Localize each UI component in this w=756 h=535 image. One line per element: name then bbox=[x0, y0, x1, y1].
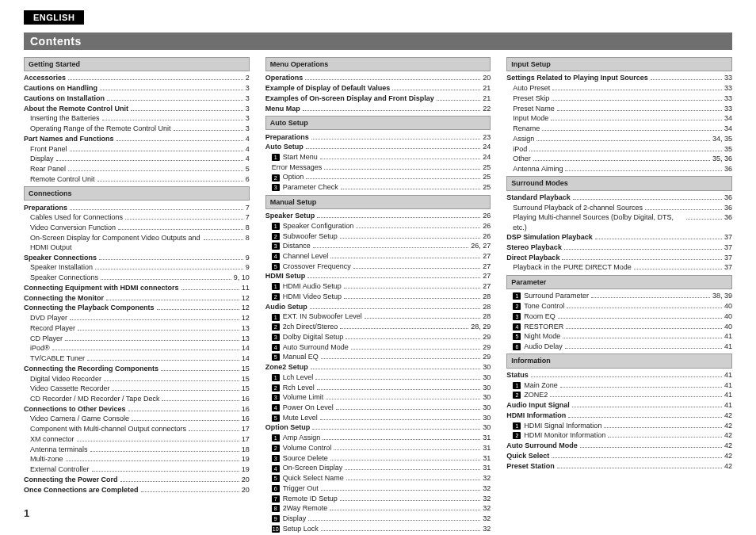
toc-entry[interactable]: Auto Surround Mode42 bbox=[506, 441, 732, 451]
toc-entry[interactable]: Status41 bbox=[506, 370, 732, 380]
toc-entry[interactable]: Accessories2 bbox=[24, 73, 250, 83]
toc-entry[interactable]: Operations20 bbox=[265, 73, 491, 83]
toc-entry[interactable]: 4RESTORER40 bbox=[506, 321, 732, 331]
toc-entry[interactable]: 3Parameter Check25 bbox=[265, 182, 491, 193]
toc-entry[interactable]: Connecting the Recording Components15 bbox=[24, 364, 250, 374]
toc-entry[interactable]: Standard Playback36 bbox=[506, 193, 732, 203]
toc-entry[interactable]: 4On-Screen Display31 bbox=[265, 463, 491, 473]
toc-entry[interactable]: Record Player13 bbox=[24, 323, 250, 334]
toc-entry[interactable]: Preset Station42 bbox=[506, 460, 732, 471]
toc-entry[interactable]: Menu Map22 bbox=[265, 103, 491, 113]
toc-entry[interactable]: 3Distance26, 27 bbox=[265, 241, 491, 251]
toc-entry[interactable]: iPod35 bbox=[506, 143, 732, 154]
toc-entry[interactable]: Rename34 bbox=[506, 124, 732, 134]
toc-entry[interactable]: On-Screen Display for Component Video Ou… bbox=[24, 233, 250, 253]
toc-entry[interactable]: Playing Multi-channel Sources (Dolby Dig… bbox=[506, 212, 732, 232]
toc-entry[interactable]: Component with Multi-channel Output conn… bbox=[24, 424, 250, 434]
toc-entry[interactable]: Video Camera / Game Console16 bbox=[24, 414, 250, 424]
toc-entry[interactable]: Example of Display of Default Values21 bbox=[265, 83, 491, 94]
toc-entry[interactable]: Error Messages25 bbox=[265, 162, 491, 172]
toc-entry[interactable]: Surround Playback of 2-channel Sources36 bbox=[506, 202, 732, 212]
toc-entry[interactable]: 82Way Remote32 bbox=[265, 503, 491, 514]
toc-entry[interactable]: Connecting the Power Cord20 bbox=[24, 475, 250, 485]
toc-entry[interactable]: Preparations23 bbox=[265, 132, 491, 142]
toc-entry[interactable]: 3Dolby Digital Setup29 bbox=[265, 332, 491, 342]
toc-entry[interactable]: Multi-zone19 bbox=[24, 454, 250, 464]
toc-entry[interactable]: Playback in the PURE DIRECT Mode37 bbox=[506, 262, 732, 273]
toc-entry[interactable]: 5Quick Select Name32 bbox=[265, 473, 491, 483]
toc-entry[interactable]: Input Mode34 bbox=[506, 113, 732, 124]
toc-entry[interactable]: Auto Preset33 bbox=[506, 83, 732, 94]
toc-entry[interactable]: 1Speaker Configuration26 bbox=[265, 221, 491, 231]
toc-entry[interactable]: Preset Skip33 bbox=[506, 94, 732, 104]
toc-entry[interactable]: Display4 bbox=[24, 154, 250, 164]
toc-entry[interactable]: Other35, 36 bbox=[506, 154, 732, 164]
toc-entry[interactable]: Connecting the Playback Components12 bbox=[24, 303, 250, 313]
toc-entry[interactable]: Option Setup30 bbox=[265, 422, 491, 433]
toc-entry[interactable]: Front Panel4 bbox=[24, 143, 250, 154]
toc-entry[interactable]: Settings Related to Playing Input Source… bbox=[506, 73, 732, 83]
toc-entry[interactable]: Speaker Setup26 bbox=[265, 211, 491, 221]
toc-entry[interactable]: HDMI Information42 bbox=[506, 411, 732, 421]
toc-entry[interactable]: 10Setup Lock32 bbox=[265, 524, 491, 534]
toc-entry[interactable]: CD Player13 bbox=[24, 333, 250, 343]
toc-entry[interactable]: 2Volume Control31 bbox=[265, 443, 491, 453]
toc-entry[interactable]: 4Auto Surround Mode29 bbox=[265, 342, 491, 352]
toc-entry[interactable]: 2ZONE241 bbox=[506, 390, 732, 400]
toc-entry[interactable]: Cautions on Handling3 bbox=[24, 83, 250, 94]
toc-entry[interactable]: About the Remote Control Unit3 bbox=[24, 103, 250, 113]
toc-entry[interactable]: Once Connections are Completed20 bbox=[24, 484, 250, 495]
toc-entry[interactable]: 6Audio Delay41 bbox=[506, 342, 732, 352]
toc-entry[interactable]: Connecting Equipment with HDMI connector… bbox=[24, 283, 250, 293]
toc-entry[interactable]: 2Tone Control40 bbox=[506, 301, 732, 311]
toc-entry[interactable]: Assign34, 35 bbox=[506, 134, 732, 144]
toc-entry[interactable]: 2Option25 bbox=[265, 172, 491, 182]
toc-entry[interactable]: Video Conversion Function8 bbox=[24, 223, 250, 233]
toc-entry[interactable]: DVD Player12 bbox=[24, 313, 250, 323]
toc-entry[interactable]: Audio Setup28 bbox=[265, 301, 491, 311]
toc-entry[interactable]: Antenna terminals18 bbox=[24, 444, 250, 454]
toc-entry[interactable]: 1EXT. IN Subwoofer Level28 bbox=[265, 311, 491, 322]
toc-entry[interactable]: iPod®14 bbox=[24, 343, 250, 353]
toc-entry[interactable]: Part Names and Functions4 bbox=[24, 134, 250, 144]
toc-entry[interactable]: DSP Simulation Playback37 bbox=[506, 232, 732, 243]
toc-entry[interactable]: Preparations7 bbox=[24, 202, 250, 212]
toc-entry[interactable]: 1Main Zone41 bbox=[506, 380, 732, 390]
toc-entry[interactable]: HDMI Setup27 bbox=[265, 271, 491, 281]
toc-entry[interactable]: Rear Panel5 bbox=[24, 164, 250, 174]
toc-entry[interactable]: Remote Control Unit6 bbox=[24, 174, 250, 184]
toc-entry[interactable]: 3Source Delete31 bbox=[265, 453, 491, 463]
toc-entry[interactable]: 1HDMI Audio Setup27 bbox=[265, 281, 491, 292]
toc-entry[interactable]: Inserting the Batteries3 bbox=[24, 113, 250, 124]
toc-entry[interactable]: 22ch Direct/Stereo28, 29 bbox=[265, 322, 491, 332]
toc-entry[interactable]: Digital Video Recorder15 bbox=[24, 373, 250, 384]
toc-entry[interactable]: Speaker Connections9 bbox=[24, 252, 250, 262]
toc-entry[interactable]: Direct Playback37 bbox=[506, 252, 732, 262]
toc-entry[interactable]: 4Channel Level27 bbox=[265, 251, 491, 262]
toc-entry[interactable]: Examples of On-screen Display and Front … bbox=[265, 94, 491, 104]
toc-entry[interactable]: Zone2 Setup30 bbox=[265, 362, 491, 373]
toc-entry[interactable]: External Controller19 bbox=[24, 464, 250, 475]
toc-entry[interactable]: 2Rch Level30 bbox=[265, 382, 491, 392]
toc-entry[interactable]: 5Crossover Frequency27 bbox=[265, 261, 491, 271]
toc-entry[interactable]: Cables Used for Connections7 bbox=[24, 212, 250, 223]
toc-entry[interactable]: CD Recorder / MD Recorder / Tape Deck16 bbox=[24, 394, 250, 404]
toc-entry[interactable]: Speaker Connections9, 10 bbox=[24, 273, 250, 283]
toc-entry[interactable]: 1Start Menu24 bbox=[265, 152, 491, 162]
toc-entry[interactable]: 3Room EQ40 bbox=[506, 311, 732, 322]
toc-entry[interactable]: Preset Name33 bbox=[506, 103, 732, 113]
toc-entry[interactable]: 5Manual EQ29 bbox=[265, 352, 491, 362]
toc-entry[interactable]: Video Cassette Recorder15 bbox=[24, 384, 250, 394]
toc-entry[interactable]: TV/CABLE Tuner14 bbox=[24, 353, 250, 364]
toc-entry[interactable]: Connections to Other Devices16 bbox=[24, 403, 250, 414]
toc-entry[interactable]: Audio Input Signal41 bbox=[506, 400, 732, 411]
toc-entry[interactable]: 2HDMI Monitor Information42 bbox=[506, 430, 732, 441]
toc-entry[interactable]: 1Amp Assign31 bbox=[265, 433, 491, 443]
toc-entry[interactable]: Operating Range of the Remote Control Un… bbox=[24, 124, 250, 134]
toc-entry[interactable]: Speaker Installation9 bbox=[24, 262, 250, 273]
toc-entry[interactable]: Auto Setup24 bbox=[265, 142, 491, 152]
toc-entry[interactable]: Stereo Playback37 bbox=[506, 243, 732, 253]
toc-entry[interactable]: 1Lch Level30 bbox=[265, 373, 491, 383]
toc-entry[interactable]: 2Subwoofer Setup26 bbox=[265, 231, 491, 241]
toc-entry[interactable]: 7Remote ID Setup32 bbox=[265, 493, 491, 503]
